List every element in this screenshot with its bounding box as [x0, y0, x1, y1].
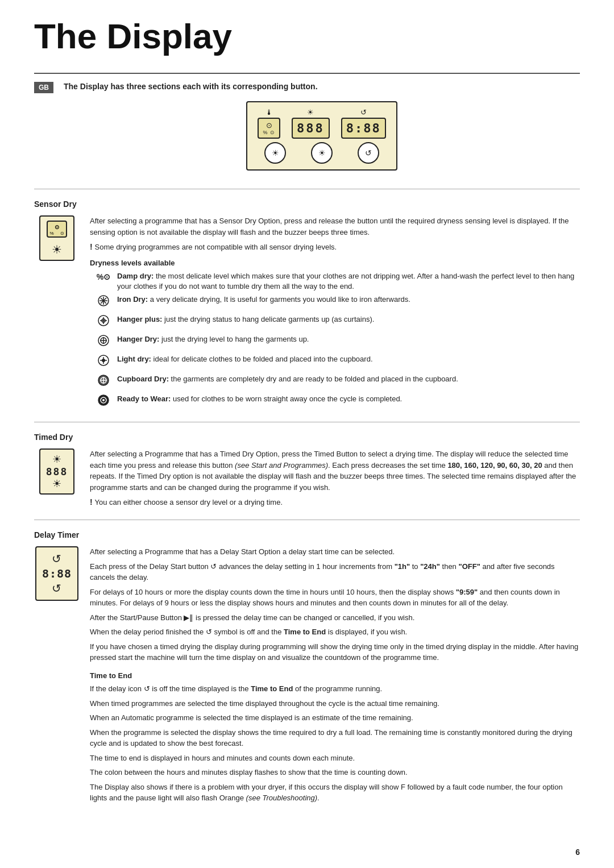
- sensor-dry-title: Sensor Dry: [34, 200, 580, 209]
- sensor-dry-body-text: After selecting a programme that has a S…: [90, 215, 580, 238]
- light-icon: [96, 354, 111, 371]
- delay-para4: After the Start/Pause Button ▶‖ is press…: [90, 612, 580, 624]
- display-bottom-row: ☀ ☀ ↺: [258, 142, 385, 164]
- dryness-row-ready: Ready to Wear: used for clothes to be wo…: [96, 394, 580, 411]
- sensor-dry-icon-col: ⊙ % ⊙ ☀: [34, 215, 80, 261]
- gb-label: GB: [34, 82, 53, 93]
- sensor-icon-top: ⊙ % ⊙: [46, 220, 68, 242]
- delay-timer-body: ↺ 8:88 ↺ After selecting a Programme tha…: [34, 546, 580, 807]
- time-end-para3: When an Automatic programme is selected …: [90, 712, 580, 724]
- time-end-para7: The Display also shows if there is a pro…: [90, 782, 580, 804]
- ready-label: Ready to Wear:: [117, 394, 171, 403]
- gb-headline: The Display has three sections each with…: [64, 82, 580, 91]
- cupboard-icon: [96, 374, 111, 391]
- svg-point-20: [102, 359, 105, 362]
- dryness-row-damp: %⊙ Damp dry: the most delicate level whi…: [96, 271, 580, 292]
- display-top-row: 🌡 ⊙ % ⊙ ☀ 888: [258, 108, 385, 139]
- svg-point-27: [102, 399, 105, 401]
- delay-para5: When the delay period finished the ↺ sym…: [90, 626, 580, 638]
- timed-sun-icon-top: ☀: [52, 453, 61, 466]
- hanger-icon: [96, 334, 111, 351]
- svg-text:⊙: ⊙: [55, 224, 59, 230]
- delay-seg-display: 8:88: [42, 567, 72, 580]
- sensor-dry-notice: Some drying programmes are not compatibl…: [90, 241, 580, 253]
- delay-timer-icon-box: ↺ 8:88 ↺: [35, 546, 78, 601]
- delay-para2: Each press of the Delay Start button ↺ a…: [90, 561, 580, 583]
- display-box: 🌡 ⊙ % ⊙ ☀ 888: [246, 101, 397, 171]
- sensor-dry-body: ⊙ % ⊙ ☀ After selecting a programme that…: [34, 215, 580, 414]
- delay-para1: After selecting a Programme that has a D…: [90, 546, 580, 558]
- delay-timer-title: Delay Timer: [34, 530, 580, 539]
- hanger-plus-label: Hanger plus:: [117, 315, 162, 323]
- sun-icon-sensor: ☀: [52, 243, 62, 256]
- delay-timer-icon-col: ↺ 8:88 ↺: [34, 546, 80, 601]
- timed-button[interactable]: ☀: [311, 142, 333, 164]
- delay-timer-text: After selecting a Programme that has a D…: [90, 546, 580, 807]
- timed-dry-text: After selecting a Programme that has a T…: [90, 448, 580, 512]
- sensor-dry-section: Sensor Dry ⊙ % ⊙ ☀: [34, 189, 580, 414]
- page-title: The Display: [34, 17, 580, 56]
- dryness-list: %⊙ Damp dry: the most delicate level whi…: [96, 271, 580, 411]
- hanger-text: Hanger Dry: just the drying level to han…: [117, 334, 309, 344]
- delay-clock-icon-bottom: ↺: [52, 582, 61, 595]
- hanger-plus-icon: [96, 314, 111, 331]
- timed-dry-body-text: After selecting a Programme that has a T…: [90, 448, 580, 493]
- ready-icon: [96, 394, 111, 411]
- timed-sun-icon-bottom: ☀: [52, 477, 61, 490]
- dryness-row-hanger: Hanger Dry: just the drying level to han…: [96, 334, 580, 351]
- display-diagram: 🌡 ⊙ % ⊙ ☀ 888: [64, 101, 580, 171]
- timed-dry-icon-box: ☀ 888 ☀: [39, 448, 75, 495]
- dryness-subtitle: Dryness levels available: [90, 258, 580, 269]
- sensor-button[interactable]: ☀: [264, 142, 286, 164]
- dryness-row-iron: Iron Dry: a very delicate drying, It is …: [96, 294, 580, 312]
- timed-dry-notice: You can either choose a sensor dry level…: [90, 496, 580, 508]
- hanger-plus-text: Hanger plus: just the drying status to h…: [117, 314, 374, 325]
- light-label: Light dry:: [117, 355, 151, 363]
- svg-text:%: %: [49, 231, 53, 236]
- time-end-para6: The colon between the hours and minutes …: [90, 767, 580, 778]
- cupboard-label: Cupboard Dry:: [117, 375, 169, 383]
- time-end-para5: The time to end is displayed in hours an…: [90, 753, 580, 764]
- damp-text: Damp dry: the most delicate level which …: [117, 271, 580, 292]
- cupboard-text: Cupboard Dry: the garments are completel…: [117, 374, 458, 384]
- light-text: Light dry: ideal for delicate clothes to…: [117, 354, 373, 364]
- ready-text: Ready to Wear: used for clothes to be wo…: [117, 394, 402, 404]
- time-end-para2: When timed programmes are selected the t…: [90, 698, 580, 709]
- timed-dry-title: Timed Dry: [34, 433, 580, 442]
- dryness-row-cupboard: Cupboard Dry: the garments are completel…: [96, 374, 580, 391]
- dryness-row-hanger-plus: Hanger plus: just the drying status to h…: [96, 314, 580, 331]
- dryness-row-light: Light dry: ideal for delicate clothes to…: [96, 354, 580, 371]
- iron-text: Iron Dry: a very delicate drying, It is …: [117, 294, 410, 305]
- timed-seg-display: 888: [46, 466, 68, 477]
- hanger-label: Hanger Dry:: [117, 335, 159, 343]
- time-to-end-subtitle: Time to End: [90, 670, 580, 682]
- page-number: 6: [575, 848, 580, 857]
- timed-dry-icon-col: ☀ 888 ☀: [34, 448, 80, 495]
- timed-dry-section: Timed Dry ☀ 888 ☀ After selecting a Prog…: [34, 422, 580, 512]
- delay-para3: For delays of 10 hours or more the displ…: [90, 587, 580, 609]
- delay-timer-section: Delay Timer ↺ 8:88 ↺ After selecting a P…: [34, 520, 580, 807]
- damp-icon: %⊙: [96, 271, 111, 283]
- delay-para6: If you have chosen a timed drying the di…: [90, 641, 580, 663]
- gb-section: GB The Display has three sections each w…: [34, 73, 580, 181]
- iron-icon: [96, 294, 111, 312]
- delay-clock-icon-top: ↺: [52, 552, 61, 566]
- damp-label: Damp dry:: [117, 272, 154, 280]
- sensor-dry-text: After selecting a programme that has a S…: [90, 215, 580, 414]
- svg-text:⊙: ⊙: [60, 231, 64, 236]
- page-container: The Display GB The Display has three sec…: [0, 0, 614, 830]
- time-end-para4: When the programme is selected the displ…: [90, 727, 580, 749]
- delay-button[interactable]: ↺: [358, 142, 379, 164]
- iron-label: Iron Dry:: [117, 295, 148, 304]
- time-end-para1: If the delay icon ↺ is off the time disp…: [90, 683, 580, 695]
- sensor-dry-icon-box: ⊙ % ⊙ ☀: [39, 215, 74, 261]
- timed-dry-body: ☀ 888 ☀ After selecting a Programme that…: [34, 448, 580, 512]
